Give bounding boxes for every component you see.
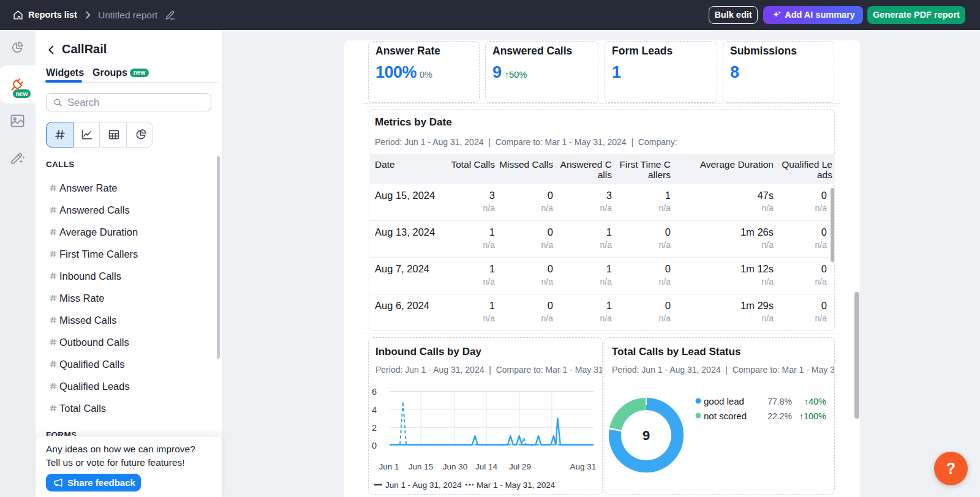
svg-text:Jul 14: Jul 14 [475,462,498,471]
svg-text:22.2%: 22.2% [767,411,792,421]
svg-text:↑100%: ↑100% [799,411,826,421]
svg-text:4: 4 [372,405,377,415]
svg-text:2: 2 [372,423,377,433]
svg-text:Jul 29: Jul 29 [509,462,531,471]
svg-text:Jun 15: Jun 15 [409,462,434,471]
svg-text:good lead: good lead [704,396,744,406]
svg-text:Jun 1: Jun 1 [379,462,399,471]
svg-text:Jun 1 - Aug 31, 2024: Jun 1 - Aug 31, 2024 [385,480,462,490]
svg-text:77.8%: 77.8% [767,397,792,406]
svg-text:0: 0 [372,441,377,450]
svg-text:↑40%: ↑40% [804,397,826,406]
svg-text:Mar 1 - May 31, 2024: Mar 1 - May 31, 2024 [477,480,556,490]
svg-text:Aug 31: Aug 31 [570,462,597,471]
svg-text:Jun 30: Jun 30 [443,462,468,471]
svg-text:not scored: not scored [704,411,747,421]
svg-text:9: 9 [643,428,650,443]
svg-text:6: 6 [372,387,377,397]
